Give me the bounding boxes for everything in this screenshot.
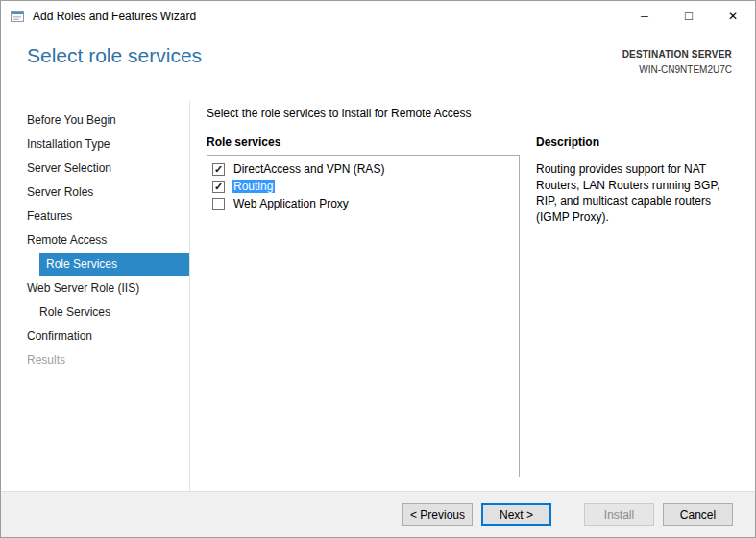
- nav-item-before-you-begin[interactable]: Before You Begin: [27, 109, 189, 132]
- role-service-row-web-application-proxy[interactable]: Web Application Proxy: [212, 195, 519, 212]
- role-service-row-routing[interactable]: ✓ Routing: [212, 178, 519, 195]
- nav-item-web-server-role-iis[interactable]: Web Server Role (IIS): [27, 277, 189, 300]
- add-roles-features-wizard-window: Add Roles and Features Wizard ─ □ ✕ Sele…: [0, 0, 756, 538]
- role-services-heading: Role services: [207, 135, 280, 149]
- nav-item-results: Results: [27, 349, 189, 372]
- checkbox-unchecked-icon[interactable]: [212, 198, 225, 210]
- nav-item-remote-access[interactable]: Remote Access: [27, 229, 189, 252]
- role-services-list[interactable]: ✓ DirectAccess and VPN (RAS) ✓ Routing W…: [207, 155, 520, 477]
- nav-item-confirmation[interactable]: Confirmation: [27, 325, 189, 348]
- destination-server-label: DESTINATION SERVER: [622, 47, 732, 62]
- wizard-app-icon: [10, 9, 25, 24]
- destination-server-name: WIN-CN9NTEM2U7C: [622, 62, 732, 78]
- install-button[interactable]: Install: [584, 503, 654, 526]
- role-service-label-web-application-proxy: Web Application Proxy: [232, 197, 351, 210]
- role-service-label-routing-selected: Routing: [232, 180, 275, 193]
- minimize-button[interactable]: ─: [622, 1, 667, 31]
- checkbox-checked-icon[interactable]: ✓: [212, 181, 225, 193]
- description-text: Routing provides support for NAT Routers…: [536, 161, 736, 225]
- nav-item-role-services-iis[interactable]: Role Services: [27, 301, 189, 324]
- nav-item-server-selection[interactable]: Server Selection: [27, 157, 189, 180]
- instruction-text: Select the role services to install for …: [207, 107, 471, 120]
- wizard-header: Select role services DESTINATION SERVER …: [1, 31, 755, 100]
- footer-button-bar: < Previous Next > Install Cancel: [1, 491, 755, 537]
- page-title: Select role services: [27, 44, 202, 67]
- wizard-steps-nav: Before You Begin Installation Type Serve…: [27, 109, 189, 373]
- maximize-button[interactable]: □: [667, 1, 711, 31]
- description-heading: Description: [536, 135, 599, 149]
- titlebar: Add Roles and Features Wizard ─ □ ✕: [1, 1, 755, 31]
- window-controls: ─ □ ✕: [622, 1, 755, 31]
- nav-item-features[interactable]: Features: [27, 205, 189, 228]
- role-service-row-directaccess[interactable]: ✓ DirectAccess and VPN (RAS): [212, 160, 519, 178]
- window-title: Add Roles and Features Wizard: [33, 10, 196, 23]
- role-service-label-directaccess: DirectAccess and VPN (RAS): [232, 162, 386, 176]
- checkbox-checked-icon[interactable]: ✓: [212, 163, 225, 176]
- cancel-button[interactable]: Cancel: [663, 503, 733, 526]
- next-button[interactable]: Next >: [481, 503, 551, 526]
- previous-button[interactable]: < Previous: [402, 503, 473, 526]
- destination-server-info: DESTINATION SERVER WIN-CN9NTEM2U7C: [622, 47, 732, 77]
- nav-item-role-services-remote-access[interactable]: Role Services: [39, 253, 189, 276]
- nav-item-server-roles[interactable]: Server Roles: [27, 181, 189, 204]
- close-button[interactable]: ✕: [711, 1, 755, 31]
- sidebar-divider: [189, 101, 190, 492]
- nav-item-installation-type[interactable]: Installation Type: [27, 133, 189, 156]
